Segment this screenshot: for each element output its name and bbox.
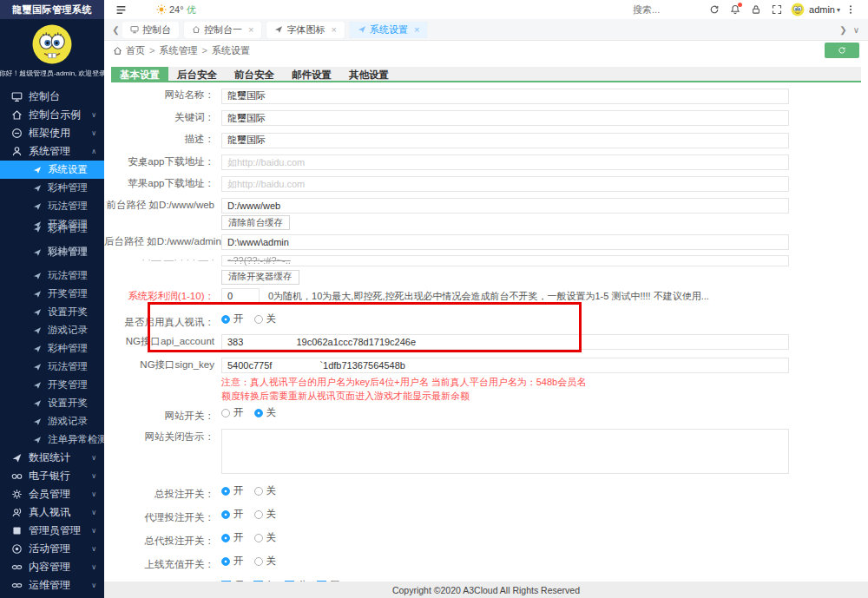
sidebar-item-25[interactable]: 活动管理∨	[0, 540, 104, 558]
tabs-scroll-left-icon[interactable]: ❮	[109, 25, 122, 35]
settings-tab-3[interactable]: 邮件设置	[283, 67, 340, 81]
close-icon[interactable]: ×	[331, 25, 336, 35]
sidebar-subitem-16[interactable]: 开奖管理	[0, 376, 104, 394]
general-agent-bet-off-radio[interactable]	[254, 534, 263, 542]
tabs-scroll-right-icon[interactable]: ❯	[837, 25, 850, 35]
recharge-off-radio[interactable]	[254, 557, 263, 566]
warning-note-2: 额度转换后需要重新从视讯页面进入游戏才能显示最新余额	[221, 391, 470, 401]
site-switch-off-radio[interactable]	[254, 409, 263, 417]
agent-bet-on-radio[interactable]	[221, 510, 230, 519]
notification-bell-icon[interactable]	[725, 0, 746, 19]
sidebar-item-2[interactable]: 框架使用∨	[0, 124, 104, 142]
tabs-menu-icon[interactable]: ∨	[850, 25, 863, 35]
sidebar-subitem-6[interactable]: 玩法管理	[0, 197, 104, 215]
live-video-off-radio[interactable]	[254, 315, 263, 324]
refresh-icon[interactable]	[704, 0, 725, 19]
open-tab-3[interactable]: 系统设置×	[350, 22, 427, 38]
sidebar-subitem-4[interactable]: 系统设置	[0, 161, 104, 179]
sidebar-subitem-12[interactable]: 设置开奖	[0, 303, 104, 321]
breadcrumb-level2[interactable]: 系统设置	[212, 44, 250, 57]
bet-mode-jiao-checkbox[interactable]: ✓	[253, 581, 263, 582]
send-icon	[33, 272, 42, 280]
sidebar-subitem-10[interactable]: 玩法管理	[0, 266, 104, 285]
settings-tab-4[interactable]: 其他设置	[340, 67, 398, 81]
close-icon[interactable]: ×	[414, 25, 419, 35]
open-tab-label: 控制台一	[204, 23, 242, 36]
general-agent-bet-on-radio[interactable]	[221, 534, 230, 542]
recharge-on-radio[interactable]	[221, 557, 230, 566]
sidebar-item-0[interactable]: 控制台	[0, 88, 104, 106]
sys-profit-range-input[interactable]	[221, 288, 260, 304]
circle-minus-icon	[11, 128, 23, 139]
refresh-page-button[interactable]	[825, 43, 859, 58]
total-bet-on-radio[interactable]	[221, 487, 230, 496]
settings-tab-2[interactable]: 前台安全	[226, 67, 283, 81]
sidebar-item-3[interactable]: 系统管理∧	[0, 142, 104, 161]
ios-app-url-input[interactable]	[221, 176, 789, 192]
menu-toggle-icon[interactable]	[111, 4, 130, 16]
home-icon	[192, 25, 201, 34]
breadcrumb-home[interactable]: 首页	[126, 44, 145, 57]
sidebar-subitem-5[interactable]: 彩种管理	[0, 179, 104, 197]
sidebar-subitem-17[interactable]: 设置开奖	[0, 394, 104, 412]
site-switch-on-radio[interactable]	[221, 409, 230, 417]
chevron-down-icon: ∨	[91, 454, 96, 462]
avatar	[31, 23, 73, 65]
sidebar-subitem-15[interactable]: 玩法管理	[0, 358, 104, 376]
sidebar-item-27[interactable]: 运维管理∨	[0, 576, 104, 595]
sidebar-item-22[interactable]: 会员管理∨	[0, 485, 104, 503]
sidebar-item-24[interactable]: 管理员管理∨	[0, 522, 104, 540]
close-icon[interactable]: ×	[248, 25, 253, 35]
android-app-url-input[interactable]	[221, 154, 789, 170]
total-bet-off-radio[interactable]	[254, 487, 263, 496]
bet-mode-fen-checkbox[interactable]: ✓	[285, 581, 294, 582]
sidebar-subitem-11[interactable]: 开奖管理	[0, 285, 104, 303]
greeting-text: 你好！超级管理员-admin, 欢迎登录	[0, 69, 106, 78]
sidebar-subitem-19[interactable]: 注单异常检测	[0, 430, 104, 449]
bet-mode-li-checkbox[interactable]: ✓	[317, 581, 326, 582]
breadcrumb-level1[interactable]: 系统管理	[159, 44, 197, 57]
sidebar-subitem-14[interactable]: 彩种管理	[0, 339, 104, 358]
admin-menu[interactable]: admin	[809, 4, 835, 15]
chevron-down-icon: ∨	[91, 527, 96, 535]
sidebar-subitem-8[interactable]: 彩种管理	[0, 220, 104, 238]
lock-icon[interactable]	[746, 0, 766, 19]
close-notice-textarea[interactable]	[221, 429, 789, 474]
sidebar-subitem-18[interactable]: 游戏记录	[0, 412, 104, 430]
clear-lottery-cache-button[interactable]: 清除开奖器缓存	[221, 270, 299, 285]
site-name-input[interactable]	[221, 89, 789, 104]
glitched-path-input[interactable]	[221, 255, 789, 266]
sidebar-item-21[interactable]: 电子银行∨	[0, 467, 104, 485]
send-icon	[33, 381, 42, 390]
sidebar-item-23[interactable]: 真人视讯∨	[0, 503, 104, 522]
sidebar-item-20[interactable]: 数据统计∨	[0, 449, 104, 467]
admin-path-input[interactable]	[221, 234, 789, 250]
description-input[interactable]	[221, 133, 789, 148]
glitched-field-label: · ·— —· · · · — ·	[104, 252, 221, 267]
sidebar-item-1[interactable]: 控制台示例∨	[0, 106, 104, 124]
sidebar-subitem-13[interactable]: 游戏记录	[0, 321, 104, 339]
keywords-input[interactable]	[221, 110, 789, 126]
agent-bet-off-radio[interactable]	[254, 510, 263, 519]
form-row-description: 描述：	[104, 131, 868, 148]
ng-sign-key-input[interactable]	[221, 358, 789, 373]
settings-tab-0[interactable]: 基本设置	[111, 67, 168, 81]
sidebar-subitem-9[interactable]: 彩种管理玩法管理	[0, 243, 104, 261]
more-options-icon[interactable]	[840, 0, 861, 19]
front-path-input[interactable]	[221, 198, 789, 214]
weather-quality: 优	[187, 3, 196, 16]
open-tab-0[interactable]: 控制台	[122, 22, 179, 38]
sidebar-item-26[interactable]: 内容管理∨	[0, 558, 104, 576]
open-tab-2[interactable]: 字体图标×	[266, 22, 344, 38]
radio-label: 关	[266, 406, 277, 419]
form-row-site-name: 网站名称：	[104, 87, 868, 104]
search-input[interactable]	[633, 4, 704, 15]
ng-api-account-input[interactable]	[221, 334, 789, 350]
fullscreen-icon[interactable]	[766, 0, 787, 19]
live-video-on-radio[interactable]	[221, 315, 230, 324]
open-tab-1[interactable]: 控制台一×	[184, 22, 261, 38]
topbar-avatar[interactable]	[791, 3, 805, 16]
settings-tab-1[interactable]: 后台安全	[168, 67, 226, 81]
bet-mode-yuan-checkbox[interactable]: ✓	[221, 581, 231, 582]
clear-front-cache-button[interactable]: 清除前台缓存	[221, 215, 290, 230]
